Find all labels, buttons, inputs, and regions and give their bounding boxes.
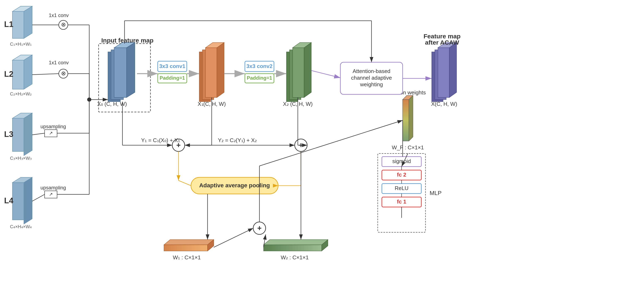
svg-rect-12 <box>12 118 24 151</box>
l4-cube <box>12 177 32 224</box>
sigmoid-label: sigmoid <box>392 158 411 164</box>
mlp-label: MLP <box>430 190 442 196</box>
c4-label: C₄×H₄×W₄ <box>10 224 32 229</box>
svg-marker-33 <box>164 245 208 251</box>
l2-label: L2 <box>4 70 13 78</box>
svg-marker-17 <box>24 177 32 224</box>
x0-cube <box>108 42 135 102</box>
svg-rect-44 <box>438 48 449 97</box>
upsampling-l4-label: upsampling <box>40 185 66 190</box>
svg-marker-36 <box>264 245 322 251</box>
c3-label: C₃×H₃×W₃ <box>10 156 32 161</box>
w1-label: W₁ : C×1×1 <box>173 254 201 261</box>
l3-label: L3 <box>4 130 13 139</box>
y1-to-pool-h <box>178 181 191 186</box>
c2-label: C₂×H₂×W₂ <box>10 91 32 96</box>
multiply-l2-symbol: ⊗ <box>61 70 66 76</box>
svg-rect-20 <box>114 48 126 97</box>
attention-label-2: channel adaptive <box>351 75 392 81</box>
l3-cube <box>12 113 32 156</box>
conv1x1-l1-label: 1x1 conv <box>49 12 69 18</box>
x2-to-attention-arrow <box>311 70 340 78</box>
svg-marker-22 <box>126 42 135 97</box>
w1-strip <box>164 240 214 251</box>
l4-label: L4 <box>4 196 13 205</box>
conv3x3-1-label: 3x3 conv1 <box>159 63 185 69</box>
c1-label: C₁×H₁×W₁ <box>10 41 32 47</box>
relu-label: ReLU <box>395 185 408 191</box>
w2-strip <box>264 240 328 251</box>
feature-map-after-label-1: Feature map <box>424 33 460 40</box>
main-svg: L1 C₁×H₁×W₁ L2 C₂×H₂×W₂ L3 C₃×H₃×W₃ L4 C… <box>0 0 644 290</box>
fc1-label: fc 1 <box>397 199 406 205</box>
feature-map-after-label-2: after ACAW <box>425 39 459 46</box>
x2-cube <box>286 42 311 102</box>
l1-cube <box>12 6 32 38</box>
svg-marker-37 <box>264 240 328 245</box>
wf-strip <box>403 95 413 141</box>
upsampling-l4-arrow: ↗ <box>49 192 53 197</box>
fc2-label: fc 2 <box>397 172 406 178</box>
attention-label-1: Attention-based <box>352 68 390 74</box>
svg-rect-6 <box>12 11 24 38</box>
svg-marker-41 <box>409 95 413 141</box>
x1-cube <box>199 42 224 102</box>
y1-equation: Y₁ = C₁(X₀) + X₁ <box>141 137 180 143</box>
x-out-cube <box>432 42 456 102</box>
svg-marker-14 <box>24 113 32 156</box>
svg-rect-30 <box>293 48 304 97</box>
multiply-l1-symbol: ⊗ <box>61 21 66 28</box>
svg-rect-15 <box>12 183 24 220</box>
svg-rect-25 <box>206 48 217 97</box>
svg-marker-34 <box>164 240 214 245</box>
wf-label: W_F : C×1×1 <box>392 144 424 151</box>
svg-marker-39 <box>403 100 409 141</box>
w2-label: W₂ : C×1×1 <box>281 254 308 261</box>
l2-to-multiply-line <box>32 74 59 75</box>
l3-to-upsample-line <box>32 133 44 135</box>
l1-label: L1 <box>4 20 13 29</box>
attention-label-3: weighting <box>360 81 383 87</box>
padding1-label: Padding=1 <box>160 75 185 81</box>
upsampling-l3-label: upsampling <box>40 124 66 129</box>
conv3x3-2-label: 3x3 conv2 <box>246 63 272 69</box>
svg-marker-46 <box>449 42 456 97</box>
padding2-label: Padding=1 <box>247 75 272 81</box>
l4-to-upsample-line <box>32 194 44 201</box>
x-out-label: X(C, H, W) <box>431 101 457 107</box>
upsampling-l3-arrow: ↗ <box>49 130 53 136</box>
svg-marker-32 <box>304 42 311 97</box>
svg-marker-27 <box>217 42 224 97</box>
svg-marker-11 <box>24 55 32 89</box>
conv1x1-l2-label: 1x1 conv <box>49 60 69 65</box>
y2-equation: Y₂ = C₂(Y₁) + X₂ <box>218 137 257 143</box>
diagram-container: L1 C₁×H₁×W₁ L2 C₂×H₂×W₂ L3 C₃×H₃×W₃ L4 C… <box>0 0 644 290</box>
w1-to-sum-arrow <box>214 228 253 247</box>
w-sum-symbol: + <box>257 224 262 232</box>
l2-cube <box>12 55 32 89</box>
svg-marker-8 <box>24 6 32 38</box>
svg-rect-9 <box>12 60 24 89</box>
